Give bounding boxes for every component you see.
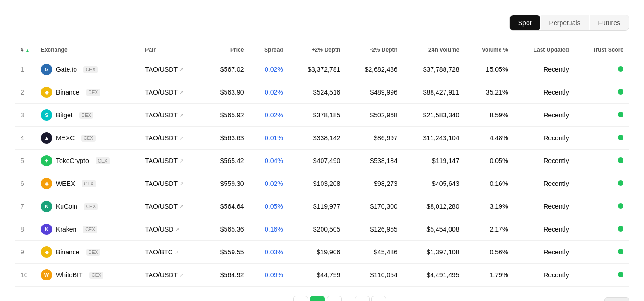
exchange-type-badge: CEX [86,89,101,96]
exchange-name[interactable]: Gate.io [56,66,77,73]
table-row: 4 ▲ MEXC CEX TAO/USDT ↗ $563.63 0.01% $3… [15,127,629,150]
volume-pct-cell: 1.79% [465,264,514,287]
volume-pct-cell: 0.05% [465,150,514,172]
pagination-controls: ‹ 1 2 ... 5 › [293,296,386,301]
exchange-type-badge: CEX [81,135,96,142]
exchange-name[interactable]: WEEX [56,180,75,187]
price-cell: $559.30 [204,172,249,195]
spread-cell: 0.16% [249,218,288,241]
volume-24h-cell: $37,788,728 [403,58,465,81]
external-link-icon[interactable]: ↗ [179,158,184,164]
table-row: 9 ◆ Binance CEX TAO/BTC ↗ $559.55 0.03% … [15,241,629,264]
trust-score-dot [618,89,623,95]
page-5-button[interactable]: 5 [355,296,370,301]
trust-score-cell [575,58,629,81]
pair-name[interactable]: TAO/USDT [145,271,178,279]
external-link-icon[interactable]: ↗ [175,226,179,233]
exchange-logo: ✦ [41,155,52,166]
volume-24h-cell: $11,243,104 [403,127,465,150]
rank-cell: 4 [15,127,35,150]
external-link-icon[interactable]: ↗ [179,67,184,73]
rows-select[interactable]: 10 25 50 [604,297,629,301]
price-cell: $564.64 [204,195,249,218]
trust-score-cell [575,264,629,287]
price-cell: $565.42 [204,150,249,172]
rank-cell: 10 [15,264,35,287]
exchange-name[interactable]: Binance [56,89,80,96]
exchange-cell: ✦ TokoCrypto CEX [35,150,139,172]
external-link-icon[interactable]: ↗ [179,272,184,278]
spread-cell: 0.02% [249,104,288,127]
volume-24h-cell: $8,012,280 [403,195,465,218]
exchange-type-badge: CEX [83,66,98,73]
exchange-name[interactable]: KuCoin [56,203,77,210]
trust-score-cell [575,241,629,264]
external-link-icon[interactable]: ↗ [179,135,184,141]
exchange-name[interactable]: Kraken [56,226,76,233]
market-type-tabs: Spot Perpetuals Futures [509,15,629,31]
depth-plus-cell: $44,759 [289,264,346,287]
pair-name[interactable]: TAO/USDT [145,66,178,73]
external-link-icon[interactable]: ↗ [179,204,184,210]
pair-name[interactable]: TAO/USDT [145,157,178,164]
col-pair: Pair [139,42,204,58]
table-row: 7 K KuCoin CEX TAO/USDT ↗ $564.64 0.05% … [15,195,629,218]
next-page-button[interactable]: › [371,296,386,301]
external-link-icon[interactable]: ↗ [179,89,184,96]
trust-score-cell [575,195,629,218]
rank-cell: 9 [15,241,35,264]
exchange-name[interactable]: Bitget [56,111,73,119]
pair-name[interactable]: TAO/USDT [145,134,178,142]
pair-name[interactable]: TAO/USD [145,226,173,233]
last-updated-cell: Recently [514,195,574,218]
depth-minus-cell: $538,184 [346,150,403,172]
price-cell: $564.92 [204,264,249,287]
depth-minus-cell: $502,968 [346,104,403,127]
col-volume-24h: 24h Volume [403,42,465,58]
exchange-name[interactable]: TokoCrypto [56,157,89,164]
last-updated-cell: Recently [514,104,574,127]
spread-cell: 0.05% [249,195,288,218]
exchange-cell: S Bitget CEX [35,104,139,127]
rows-control: Rows 10 25 50 [586,297,629,301]
page-1-button[interactable]: 1 [310,296,325,301]
trust-score-cell [575,127,629,150]
pair-name[interactable]: TAO/USDT [145,180,178,187]
trust-score-cell [575,218,629,241]
tab-futures[interactable]: Futures [590,15,629,30]
tab-perpetuals[interactable]: Perpetuals [541,15,589,30]
external-link-icon[interactable]: ↗ [175,249,179,255]
tab-spot[interactable]: Spot [510,15,540,30]
rank-cell: 3 [15,104,35,127]
exchange-cell: K Kraken CEX [35,218,139,241]
exchange-logo: G [41,64,52,75]
table-row: 2 ◆ Binance CEX TAO/USDT ↗ $563.90 0.02%… [15,81,629,104]
prev-page-button[interactable]: ‹ [293,296,308,301]
pair-name[interactable]: TAO/USDT [145,203,178,210]
page-2-button[interactable]: 2 [327,296,342,301]
exchange-logo: ◆ [41,87,52,98]
pair-name[interactable]: TAO/USDT [145,111,178,119]
external-link-icon[interactable]: ↗ [179,181,184,187]
pair-name[interactable]: TAO/BTC [145,248,173,256]
depth-minus-cell: $45,486 [346,241,403,264]
col-price: Price [204,42,249,58]
pair-name[interactable]: TAO/USDT [145,89,178,96]
col-last-updated: Last Updated [514,42,574,58]
exchange-name[interactable]: MEXC [56,134,75,142]
volume-24h-cell: $119,147 [403,150,465,172]
col-trust-score: Trust Score [575,42,629,58]
volume-pct-cell: 8.59% [465,104,514,127]
volume-pct-cell: 2.17% [465,218,514,241]
volume-24h-cell: $405,643 [403,172,465,195]
volume-pct-cell: 35.21% [465,81,514,104]
pair-cell: TAO/USD ↗ [139,218,204,241]
exchange-name[interactable]: Binance [56,248,80,256]
exchange-type-badge: CEX [84,203,98,210]
last-updated-cell: Recently [514,150,574,172]
external-link-icon[interactable]: ↗ [179,112,184,118]
sort-icon: ▲ [25,48,30,53]
col-rank: # ▲ [15,42,35,58]
exchange-name[interactable]: WhiteBIT [56,271,83,279]
exchange-type-badge: CEX [86,249,101,256]
